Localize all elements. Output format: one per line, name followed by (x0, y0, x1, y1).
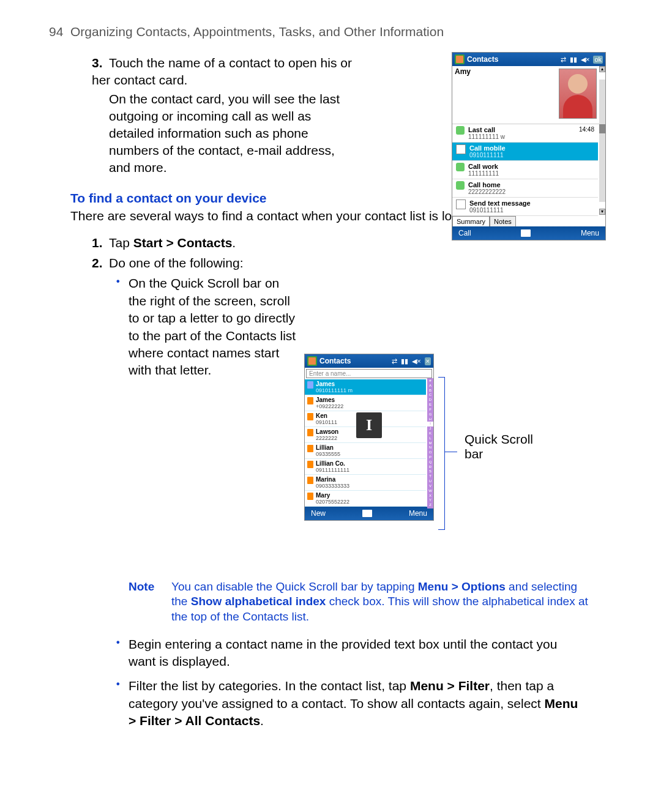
contact-action-row[interactable]: Call home22222222222 (452, 179, 598, 198)
contact-list-item[interactable]: Marina09033333333 (305, 475, 426, 491)
qsb-letter[interactable]: N (427, 445, 433, 450)
titlebar-2[interactable]: Contacts ⇄ ▮▮ ◀× × (305, 354, 433, 368)
step2-number: 2. (92, 255, 109, 272)
sim-icon (307, 493, 313, 500)
contact-list-item[interactable]: James0910111111 m (305, 379, 426, 395)
mob-icon (456, 144, 466, 154)
qsb-letter[interactable]: Q (427, 460, 433, 465)
scrollbar-track[interactable] (599, 80, 605, 202)
scroll-down-arrow[interactable]: ▾ (599, 209, 605, 215)
list-phone: 09033333333 (316, 483, 349, 489)
titlebar-icons-2: ⇄ ▮▮ ◀× × (392, 357, 431, 365)
contact-list-item[interactable]: Mary02075552222 (305, 491, 426, 507)
volume-icon: ◀× (581, 56, 589, 64)
bullet-filter: • Filter the list by categories. In the … (129, 677, 581, 729)
row-value: 0910111111 (469, 207, 531, 214)
app-title: Contacts (467, 55, 498, 64)
row-label: Send text message (469, 199, 531, 207)
scroll-up-arrow[interactable]: ▴ (599, 66, 605, 72)
bf-t3: . (260, 713, 264, 728)
sim-icon (307, 429, 313, 436)
contact-photo (559, 69, 597, 119)
row-time: 14:48 (579, 126, 594, 133)
phone-icon (456, 181, 465, 190)
ok-button[interactable]: ok (593, 56, 603, 64)
qsb-letter[interactable]: G (427, 412, 433, 417)
qsb-letter[interactable]: C (427, 393, 433, 398)
bullet-dot-icon: • (116, 636, 120, 649)
list-name: Ken (316, 412, 337, 419)
row-label: Call mobile (469, 144, 506, 152)
qsb-letter[interactable]: K (427, 431, 433, 436)
section-title: Organizing Contacts, Appointments, Tasks… (70, 24, 444, 39)
note-t1: You can disable the Quick Scroll bar by … (171, 580, 418, 593)
contact-action-row[interactable]: Last call111111111 w14:48 (452, 124, 598, 143)
tab-summary[interactable]: Summary (452, 216, 490, 226)
qsb-letter[interactable]: # (427, 379, 433, 384)
callout-bracket (438, 377, 445, 530)
qsb-letter[interactable]: T (427, 474, 433, 479)
qsb-letter[interactable]: X (427, 494, 433, 499)
contact-action-row[interactable]: Call mobile0910111111 (452, 143, 598, 161)
softkey-menu-2[interactable]: Menu (409, 509, 427, 518)
qsb-letter[interactable]: D (427, 398, 433, 403)
row-label: Call work (468, 163, 499, 170)
qsb-letter[interactable]: L (427, 436, 433, 441)
titlebar[interactable]: Contacts ⇄ ▮▮ ◀× ok (452, 53, 605, 66)
scrollbar-thumb[interactable] (599, 124, 605, 133)
step-3: 3.Touch the name of a contact to open hi… (92, 54, 358, 176)
search-input[interactable]: Enter a name... (306, 369, 432, 378)
qsb-letter[interactable]: F (427, 408, 433, 412)
qsb-letter[interactable]: R (427, 465, 433, 470)
list-phone: 2222222 (316, 435, 338, 441)
contact-action-row[interactable]: Send text message0910111111 (452, 198, 598, 216)
list-name: Lillian (316, 444, 340, 451)
softkey-bar: Call Menu (452, 226, 605, 240)
qsb-letter[interactable]: Z (427, 503, 433, 508)
list-name: Lawson (316, 428, 338, 435)
start-icon[interactable] (455, 54, 465, 64)
qsb-letter[interactable]: M (427, 441, 433, 446)
contact-action-row[interactable]: Call work111111111 (452, 161, 598, 179)
qsb-letter[interactable]: S (427, 469, 433, 474)
list-phone: 09335555 (316, 451, 340, 457)
softkey-new[interactable]: New (311, 509, 326, 518)
keyboard-icon[interactable] (521, 229, 531, 237)
quick-scroll-bar[interactable]: #ABCDEFGHIJKLMNOPQRSTUVWXYZ (427, 378, 433, 508)
volume-icon-2: ◀× (412, 357, 420, 365)
qsb-letter[interactable]: O (427, 450, 433, 455)
step-2: 2.Do one of the following: (92, 255, 612, 272)
softkey-call[interactable]: Call (458, 229, 471, 237)
qsb-letter[interactable]: Y (427, 498, 433, 503)
phone-icon (456, 126, 465, 135)
start-icon-2[interactable] (307, 356, 317, 366)
close-icon[interactable]: × (425, 357, 431, 365)
contact-list-item[interactable]: Lillian Co.09111111111 (305, 459, 426, 475)
qsb-letter[interactable]: H (427, 417, 433, 422)
qsb-letter[interactable]: A (427, 384, 433, 389)
qsb-letter[interactable]: V (427, 484, 433, 489)
sim-icon (307, 397, 313, 404)
contact-list-item[interactable]: James+09222222 (305, 395, 426, 411)
qsb-letter[interactable]: J (427, 426, 433, 431)
sim-icon (307, 413, 313, 420)
list-name: James (316, 397, 343, 403)
qsb-letter[interactable]: I (427, 422, 433, 426)
keyboard-icon-2[interactable] (362, 510, 372, 517)
phone-icon (456, 163, 465, 171)
tab-notes[interactable]: Notes (490, 216, 516, 226)
letter-popup: I (356, 412, 382, 438)
qsb-letter[interactable]: W (427, 489, 433, 494)
softkey-menu[interactable]: Menu (581, 229, 599, 237)
qsb-letter[interactable]: B (427, 389, 433, 393)
qsb-letter[interactable]: P (427, 455, 433, 460)
signal-icon-2: ▮▮ (401, 357, 408, 365)
list-name: Lillian Co. (316, 460, 349, 467)
contact-list-item[interactable]: Lillian09335555 (305, 443, 426, 459)
running-header: 94 Organizing Contacts, Appointments, Ta… (49, 24, 612, 39)
row-value: 111111111 (468, 170, 499, 177)
sim-icon (307, 381, 313, 389)
list-phone: 09111111111 (316, 467, 349, 473)
qsb-letter[interactable]: E (427, 403, 433, 408)
qsb-letter[interactable]: U (427, 479, 433, 484)
